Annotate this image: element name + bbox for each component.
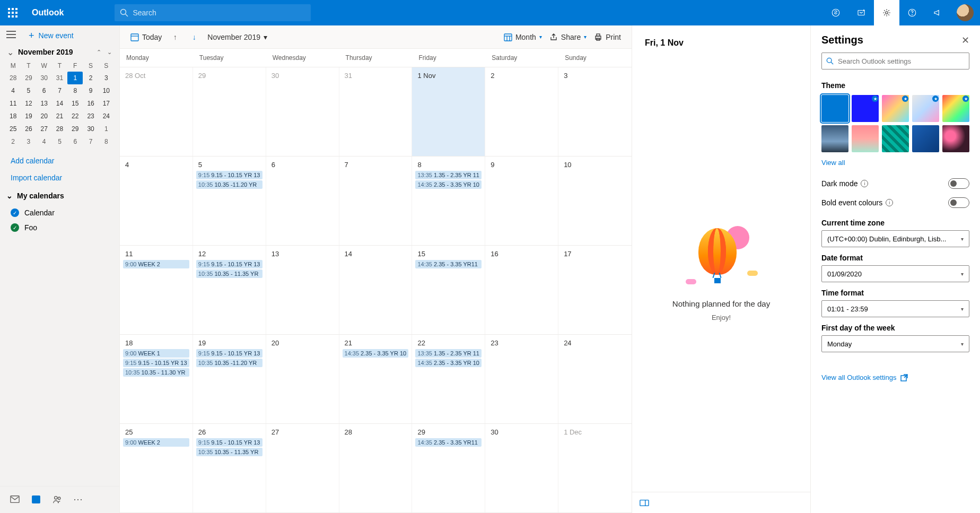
mini-day[interactable]: 4	[37, 135, 52, 148]
day-cell[interactable]: 259:00WEEK 2	[120, 424, 193, 512]
theme-swatch[interactable]	[821, 125, 848, 152]
mini-day[interactable]: 12	[21, 97, 36, 110]
mini-day[interactable]: 22	[67, 110, 83, 123]
theme-swatch[interactable]: ★	[852, 95, 879, 122]
mini-day[interactable]: 29	[21, 72, 36, 84]
calendar-event[interactable]: 13:351.35 - 2.35 YR 11	[415, 171, 482, 179]
day-cell[interactable]: 28	[339, 424, 413, 512]
mini-day[interactable]: 24	[99, 110, 114, 123]
theme-swatch[interactable]: ★	[942, 95, 969, 122]
day-cell[interactable]: 31	[339, 67, 413, 156]
add-calendar-link[interactable]: Add calendar	[0, 152, 119, 169]
mini-day[interactable]: 3	[21, 135, 36, 148]
day-cell[interactable]: 29	[193, 67, 266, 156]
settings-search-input[interactable]	[838, 57, 965, 65]
mini-day[interactable]: 8	[67, 84, 83, 97]
mini-day[interactable]: 2	[83, 72, 98, 84]
calendar-checkbox[interactable]	[11, 208, 19, 217]
day-cell[interactable]: 9	[485, 156, 558, 245]
day-cell[interactable]: 199:159.15 - 10.15 YR 1310:3510.35 -11.2…	[193, 335, 266, 423]
day-cell[interactable]: 30	[485, 424, 558, 512]
search-box[interactable]	[115, 4, 311, 21]
mini-day[interactable]: 29	[67, 123, 83, 135]
close-settings-button[interactable]: ✕	[961, 34, 969, 46]
day-cell[interactable]: 14	[339, 246, 413, 334]
day-cell[interactable]: 3	[558, 67, 632, 156]
share-button[interactable]: Share ▾	[549, 33, 587, 41]
mini-day[interactable]: 7	[83, 135, 98, 148]
mini-day[interactable]: 5	[21, 84, 36, 97]
mini-day[interactable]: 1	[67, 72, 83, 84]
calendar-event[interactable]: 9:159.15 - 10.15 YR 13	[123, 359, 189, 367]
import-calendar-link[interactable]: Import calendar	[0, 169, 119, 186]
agenda-toggle[interactable]	[632, 492, 810, 513]
day-cell[interactable]: 129:159.15 - 10.15 YR 1310:3510.35 - 11.…	[193, 246, 266, 334]
mini-day[interactable]: 30	[37, 72, 52, 84]
day-cell[interactable]: 1 Nov	[412, 67, 485, 156]
calendar-event[interactable]: 9:00WEEK 2	[123, 438, 189, 447]
mini-cal-next[interactable]: ⌄	[104, 47, 114, 57]
mini-day[interactable]: 30	[83, 123, 98, 135]
view-picker[interactable]: Month ▾	[504, 33, 542, 41]
theme-swatch[interactable]	[882, 125, 909, 152]
calendar-event[interactable]: 9:159.15 - 10.15 YR 13	[196, 438, 262, 447]
calendar-event[interactable]: 14:352.35 - 3.35 YR11	[415, 438, 482, 447]
calendar-event[interactable]: 10:3510.35 - 11.30 YR	[123, 368, 189, 377]
prev-period-button[interactable]: ↑	[169, 31, 181, 43]
day-cell[interactable]: 2	[485, 67, 558, 156]
mini-day[interactable]: 3	[99, 72, 114, 84]
calendar-event[interactable]: 9:159.15 - 10.15 YR 13	[196, 349, 262, 358]
search-input[interactable]	[133, 8, 305, 17]
day-cell[interactable]: 6	[266, 156, 339, 245]
mini-day[interactable]: 4	[5, 84, 21, 97]
day-cell[interactable]: 2213:351.35 - 2.35 YR 1114:352.35 - 3.35…	[412, 335, 485, 423]
day-cell[interactable]: 189:00WEEK 19:159.15 - 10.15 YR 1310:351…	[120, 335, 193, 423]
timezone-select[interactable]: (UTC+00:00) Dublin, Edinburgh, Lisb...▾	[821, 230, 969, 247]
day-cell[interactable]: 269:159.15 - 10.15 YR 1310:3510.35 - 11.…	[193, 424, 266, 512]
mini-day[interactable]: 18	[5, 110, 21, 123]
bold-colours-toggle[interactable]	[948, 197, 969, 208]
theme-swatch[interactable]: ★	[882, 95, 909, 122]
day-cell[interactable]: 1 Dec	[558, 424, 632, 512]
calendar-checkbox[interactable]	[11, 223, 19, 232]
mini-day[interactable]: 11	[5, 97, 21, 110]
day-cell[interactable]: 30	[266, 67, 339, 156]
day-cell[interactable]: 17	[558, 246, 632, 334]
view-all-themes-link[interactable]: View all	[811, 156, 980, 174]
day-cell[interactable]: 10	[558, 156, 632, 245]
day-cell[interactable]: 119:00WEEK 2	[120, 246, 193, 334]
new-event-button[interactable]: New event	[39, 31, 74, 40]
time-format-select[interactable]: 01:01 - 23:59▾	[821, 300, 969, 317]
mini-cal-prev[interactable]: ⌃	[94, 47, 103, 57]
mini-day[interactable]: 21	[52, 110, 67, 123]
day-cell[interactable]: 813:351.35 - 2.35 YR 1114:352.35 - 3.35 …	[412, 156, 485, 245]
day-cell[interactable]: 2914:352.35 - 3.35 YR11	[412, 424, 485, 512]
mini-day[interactable]: 26	[21, 123, 36, 135]
day-cell[interactable]: 20	[266, 335, 339, 423]
theme-swatch[interactable]	[942, 125, 969, 152]
calendar-event[interactable]: 9:00WEEK 2	[123, 260, 189, 268]
theme-swatch[interactable]	[912, 125, 939, 152]
mini-day[interactable]: 15	[67, 97, 83, 110]
mini-day[interactable]: 28	[52, 123, 67, 135]
day-cell[interactable]: 59:159.15 - 10.15 YR 1310:3510.35 -11.20…	[193, 156, 266, 245]
mini-day[interactable]: 27	[37, 123, 52, 135]
theme-swatch[interactable]	[852, 125, 879, 152]
megaphone-button[interactable]	[925, 0, 950, 25]
calendar-event[interactable]: 13:351.35 - 2.35 YR 11	[415, 349, 482, 358]
day-cell[interactable]: 28 Oct	[120, 67, 193, 156]
period-picker[interactable]: November 2019 ▾	[207, 33, 267, 41]
settings-button[interactable]	[874, 0, 899, 25]
date-format-select[interactable]: 01/09/2020▾	[821, 265, 969, 282]
hamburger-icon[interactable]	[6, 31, 16, 40]
more-modules-button[interactable]: ⋯	[69, 491, 88, 508]
day-cell[interactable]: 16	[485, 246, 558, 334]
mini-day[interactable]: 20	[37, 110, 52, 123]
notifications-button[interactable]	[848, 0, 874, 25]
mini-cal-collapse[interactable]: ⌄	[5, 47, 15, 57]
mini-day[interactable]: 6	[37, 84, 52, 97]
day-cell[interactable]: 23	[485, 335, 558, 423]
mini-day[interactable]: 7	[52, 84, 67, 97]
calendar-event[interactable]: 9:159.15 - 10.15 YR 13	[196, 171, 262, 179]
calendar-item[interactable]: Calendar	[0, 205, 119, 220]
